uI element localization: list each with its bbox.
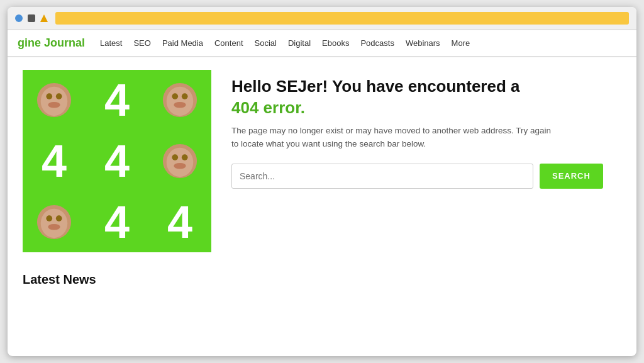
error-description: The page may no longer exist or may have… [231,124,558,151]
error-404-image: 4 4 4 [23,70,211,252]
cell-face-3 [148,131,211,192]
nav-link-social[interactable]: Social [255,38,277,48]
svg-point-17 [46,215,52,221]
cell-four-3: 4 [86,131,148,192]
svg-point-12 [172,154,178,160]
svg-point-18 [56,215,62,221]
face-icon-2 [162,82,198,118]
search-row: SEARCH [231,164,621,189]
browser-dot-blue [15,14,23,22]
nav-link-content[interactable]: Content [214,38,243,48]
cell-four-4: 4 [86,191,148,252]
svg-point-9 [174,102,186,108]
browser-dot-triangle [40,14,48,22]
cell-face-4 [23,191,86,252]
nav-link-paid-media[interactable]: Paid Media [162,38,203,48]
svg-point-1 [41,87,68,116]
svg-point-6 [167,87,194,116]
four-digit-2: 4 [42,138,67,184]
nav-link-digital[interactable]: Digital [288,38,311,48]
error-title: Hello SEJer! You have encountered a 404 … [231,76,621,119]
site-logo: gine Journal [18,36,85,50]
face-icon-1 [36,82,72,118]
four-digit-4: 4 [104,199,130,245]
search-input[interactable] [231,164,533,189]
page-content: 4 4 4 [8,57,636,356]
cell-face-1 [23,70,86,131]
error-info: Hello SEJer! You have encountered a 404 … [231,70,621,189]
svg-point-2 [46,94,52,100]
svg-point-7 [172,94,178,100]
four-digit-5: 4 [167,199,192,245]
nav-links: Latest SEO Paid Media Content Social Dig… [100,38,470,48]
cell-four-1: 4 [86,70,148,131]
cell-face-2 [148,70,211,131]
logo-highlight: Journal [44,36,85,49]
nav-link-seo[interactable]: SEO [133,38,150,48]
logo-prefix: gine [18,36,44,49]
nav-link-ebooks[interactable]: Ebooks [322,38,349,48]
cell-four-2: 4 [23,131,86,192]
nav-link-webinars[interactable]: Webinars [406,38,440,48]
nav-link-latest[interactable]: Latest [100,38,122,48]
nav-link-more[interactable]: More [452,38,470,48]
svg-point-4 [48,102,60,108]
face-icon-3 [162,143,198,179]
nav-bar: gine Journal Latest SEO Paid Media Conte… [8,30,636,57]
browser-dot-square [28,14,35,22]
error-title-line1: Hello SEJer! You have encountered a [231,77,520,96]
four-digit-1: 4 [104,77,130,123]
svg-point-16 [41,208,68,237]
svg-point-13 [182,154,188,160]
error-section: 4 4 4 [23,70,621,252]
search-button[interactable]: SEARCH [540,164,603,189]
svg-point-14 [174,163,186,169]
svg-point-19 [48,224,60,230]
latest-news-section: Latest News [23,272,621,287]
svg-point-3 [56,94,62,100]
svg-point-8 [182,94,188,100]
browser-chrome [8,7,636,30]
error-code: 404 error. [231,98,305,117]
svg-point-11 [167,148,194,177]
face-icon-4 [36,204,72,240]
address-bar[interactable] [55,12,629,25]
four-digit-3: 4 [104,138,130,184]
cell-four-5: 4 [148,191,211,252]
nav-link-podcasts[interactable]: Podcasts [360,38,394,48]
browser-window: gine Journal Latest SEO Paid Media Conte… [8,7,636,356]
latest-news-title: Latest News [23,272,621,287]
